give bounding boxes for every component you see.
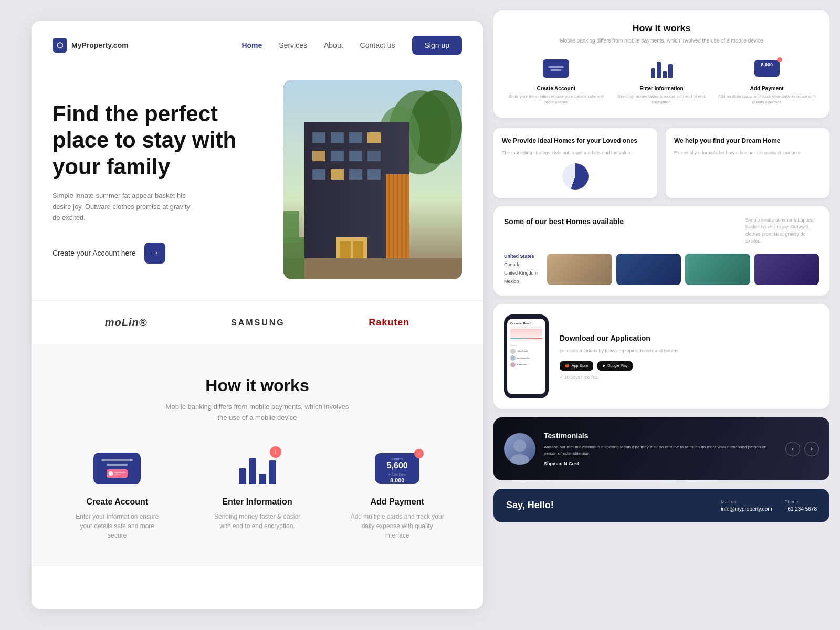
svg-point-30 — [510, 454, 529, 465]
step3-badge: ↓ — [414, 449, 424, 458]
mini-line1 — [548, 66, 564, 68]
mini-step-1: Create Account Enter your information en… — [506, 55, 606, 105]
phone-user-2: Abraham doe — [510, 355, 542, 361]
trial-label: 30 Days Free Trial — [564, 375, 598, 380]
contact-info: Mail us: info@myproperty.com Phone: +61 … — [721, 499, 817, 512]
home-img-2-placeholder — [616, 254, 681, 285]
step2-title: Enter Information — [222, 497, 292, 507]
left-panel: ⬡ MyProperty.com Home Services About Con… — [32, 21, 483, 609]
phone-outer: Customer Reach History John Smith Abraha… — [504, 314, 549, 398]
phone-user-1-name: John Smith — [517, 350, 528, 352]
contact-phone-label: Phone: — [785, 499, 817, 505]
feature1-title: We Provide Ideal Homes for your Loved on… — [502, 136, 649, 145]
svg-rect-7 — [349, 132, 362, 143]
feature2-title: We help you find your Dream Home — [674, 136, 821, 145]
step3-income-label: Income — [379, 457, 415, 461]
filter-mexico[interactable]: Mexico — [504, 279, 541, 284]
mini-bar3 — [663, 71, 667, 78]
step3-total: 8,000 — [379, 477, 415, 484]
google-play-button[interactable]: ▶ Google Play — [597, 361, 633, 371]
mini-bars — [651, 59, 673, 78]
pie-chart — [562, 163, 589, 190]
phone-user-1: John Smith — [510, 349, 542, 354]
right-how-sub: Mobile banking differs from mobile payme… — [506, 37, 817, 45]
step2-icon: ↓ — [231, 450, 284, 487]
step2-bars — [239, 453, 276, 484]
testimonial-prev-arrow[interactable]: ‹ — [785, 442, 800, 456]
cta-arrow-button[interactable]: → — [144, 243, 165, 264]
svg-rect-6 — [331, 132, 344, 143]
homes-title: Some of our best Homes available — [504, 217, 624, 227]
nav-services[interactable]: Services — [279, 41, 307, 49]
logo-molin: moLin® — [105, 317, 148, 329]
contact-phone-value: +61 234 5678 — [785, 506, 817, 512]
app-store-button[interactable]: 🍎 App Store — [560, 361, 593, 371]
contact-phone-group: Phone: +61 234 5678 — [785, 499, 817, 512]
testimonial-avatar — [504, 433, 536, 465]
step1-desc: Enter your information ensure your detai… — [70, 512, 164, 540]
phone-avatar-3 — [510, 362, 516, 368]
bar3 — [259, 474, 266, 484]
home-img-3-placeholder — [685, 254, 750, 285]
nav-contact[interactable]: Contact us — [360, 41, 395, 49]
trial-icon: ✓ — [560, 375, 563, 380]
homes-desc: Simple innate summer fat appear basket h… — [746, 217, 819, 245]
homes-layout: United States Canada United Kingdom Mexi… — [504, 254, 819, 285]
step-3: ↓ Income 5,600 + Add New 8,000 Add Payme… — [332, 450, 462, 540]
mini-step3-icon: ↓ 8,000 — [717, 55, 817, 81]
hero-cta: Create your Account here → — [52, 243, 273, 264]
testimonial-content: Testimonials Aaaaaa oor met the estimabl… — [544, 432, 777, 466]
step3-add: + Add New — [379, 472, 415, 476]
feature2-desc: Essentially a formula for how a business… — [674, 150, 821, 157]
phone-mockup: Customer Reach History John Smith Abraha… — [504, 314, 551, 398]
cta-text: Create your Account here — [52, 249, 136, 257]
testimonial-next-arrow[interactable]: › — [804, 442, 819, 456]
app-content: Download our Application pick content id… — [560, 333, 680, 380]
home-img-4-placeholder — [754, 254, 820, 285]
google-play-label: Google Play — [607, 364, 627, 368]
step1-dot — [109, 471, 113, 476]
apple-icon: 🍎 — [565, 364, 570, 368]
phone-avatar-2 — [510, 355, 516, 361]
step3-icon: ↓ Income 5,600 + Add New 8,000 — [371, 450, 424, 487]
phone-divider — [510, 327, 542, 328]
right-how-title: How it works — [506, 23, 817, 34]
contact-mail-group: Mail us: info@myproperty.com — [721, 499, 772, 512]
contact-greeting: Say, Hello! — [506, 500, 708, 511]
svg-rect-15 — [349, 169, 362, 180]
testimonial-text: Aaaaaa oor met the estimable disposing M… — [544, 444, 777, 457]
svg-rect-9 — [312, 151, 326, 161]
mini-step1-desc: Enter your information ensure your detai… — [506, 93, 606, 105]
right-how-section: How it works Mobile banking differs from… — [494, 10, 830, 118]
how-title: How it works — [52, 376, 462, 395]
hero-subtitle: Simple innate summer fat appear basket h… — [52, 191, 200, 223]
phone-history-label: History — [510, 344, 542, 346]
step1-line2 — [107, 464, 128, 466]
svg-rect-28 — [284, 211, 299, 243]
bar4 — [269, 460, 276, 484]
logo-icon: ⬡ — [52, 38, 67, 52]
mini-step2-title: Enter Information — [612, 86, 712, 91]
partner-logos: moLin® SAMSUNG Rakuten — [32, 300, 483, 344]
filter-uk[interactable]: United Kingdom — [504, 270, 541, 276]
app-section: Customer Reach History John Smith Abraha… — [494, 304, 830, 409]
nav-about[interactable]: About — [324, 41, 343, 49]
step3-desc: Add multiple cards and track your daily … — [350, 512, 445, 540]
phone-header-text: Customer Reach — [510, 322, 542, 325]
mini-step-3: ↓ 8,000 Add Payment Add multiple cards a… — [717, 55, 817, 105]
signup-button[interactable]: Sign up — [412, 36, 462, 55]
how-subtitle: Mobile banking differs from mobile payme… — [163, 402, 352, 424]
phone-screen: Customer Reach History John Smith Abraha… — [507, 319, 545, 394]
app-store-buttons: 🍎 App Store ▶ Google Play — [560, 361, 680, 371]
steps-container: Create Account Enter your information en… — [52, 450, 462, 540]
phone-user-2-name: Abraham doe — [517, 356, 530, 359]
mini-step2-icon — [612, 55, 712, 81]
filter-canada[interactable]: Canada — [504, 262, 541, 267]
logo[interactable]: ⬡ MyProperty.com — [52, 38, 129, 52]
svg-rect-11 — [349, 151, 362, 161]
step1-title: Create Account — [87, 497, 149, 507]
mini-step2-desc: Sending money faster & easier with end t… — [612, 93, 712, 105]
mini-card3-badge: ↓ — [777, 57, 782, 62]
filter-us[interactable]: United States — [504, 254, 541, 259]
nav-home[interactable]: Home — [242, 41, 262, 49]
